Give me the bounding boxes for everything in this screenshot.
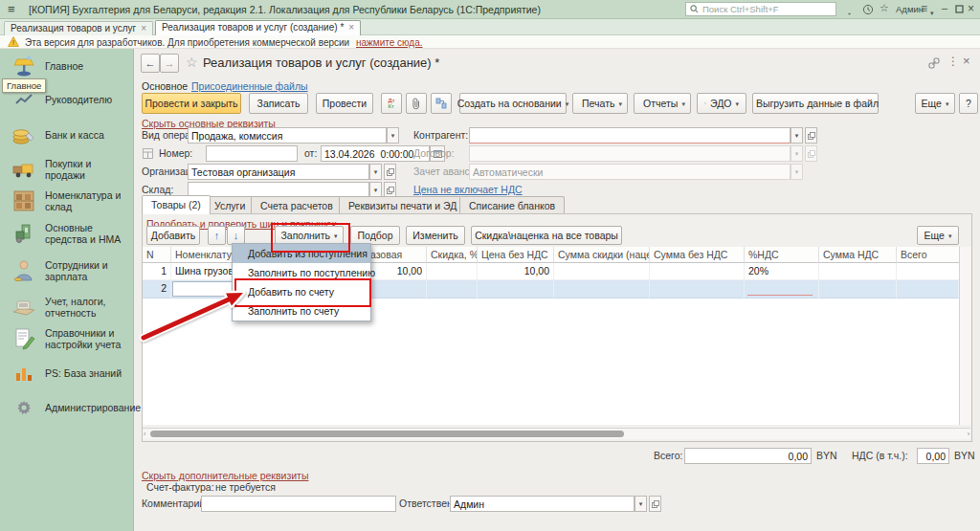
save-button[interactable]: Записать (249, 93, 308, 114)
maximize-button[interactable] (955, 5, 964, 13)
main-menu-icon[interactable]: ≡ (8, 2, 15, 16)
edo-button[interactable]: ЭДО▾ (697, 93, 746, 114)
more-actions-kebab-icon[interactable]: ⋮ (947, 55, 959, 68)
responsible-dropdown-button[interactable]: ▾ (635, 496, 647, 512)
number-field[interactable] (206, 145, 298, 162)
selection-button[interactable]: Подбор (350, 226, 400, 245)
edit-button[interactable]: Изменить (406, 226, 465, 245)
reports-button[interactable]: Отчеты▾ (634, 93, 691, 114)
col-header-vat-sum[interactable]: Сумма НДС (819, 247, 897, 263)
advance-dropdown-button: ▾ (791, 164, 803, 180)
number-label: Номер: (159, 145, 192, 162)
bar-chart-icon (11, 361, 36, 386)
export-to-file-button[interactable]: Выгрузить данные в файл (752, 93, 879, 114)
current-user[interactable]: Админ (896, 4, 924, 14)
help-button[interactable]: ? (959, 93, 978, 114)
discount-all-goods-button[interactable]: Скидка\наценка на все товары (471, 226, 622, 245)
sidebar-item-fixed-assets[interactable]: Основные средства и НМА (0, 219, 134, 248)
col-header-price-no-vat[interactable]: Цена без НДС (478, 247, 554, 263)
grid-tab-forms-writeoff[interactable]: Списание бланков (459, 196, 565, 214)
close-form-button[interactable]: × (963, 54, 970, 68)
sidebar-item-accounting[interactable]: Учет, налоги, отчетность (0, 294, 134, 321)
sidebar-item-inventory[interactable]: Номенклатура и склад (0, 188, 134, 214)
more-button-top[interactable]: Еще▾ (915, 93, 955, 114)
counterparty-field[interactable] (469, 127, 791, 144)
counterparty-dropdown-button[interactable]: ▾ (791, 127, 803, 144)
related-documents-button[interactable] (431, 93, 452, 114)
operation-type-field[interactable] (188, 127, 387, 144)
move-row-down-button[interactable]: ↓ (227, 226, 245, 245)
grid-tab-print-details[interactable]: Реквизиты печати и ЭД (339, 196, 466, 214)
tab-close-icon[interactable]: × (348, 22, 354, 33)
sidebar-item-main[interactable]: Главное (0, 52, 134, 80)
organization-open-button[interactable] (384, 164, 396, 180)
sidebar-item-directories[interactable]: Справочники и настройки учета (0, 324, 134, 353)
grid-tab-goods[interactable]: Товары (2) (142, 195, 211, 214)
contract-open-button (805, 145, 817, 162)
sidebar-item-purchases-sales[interactable]: Покупки и продажи (0, 156, 134, 183)
post-and-close-button[interactable]: Провести и закрыть (142, 93, 241, 114)
sidebar-item-employees[interactable]: Сотрудники и зарплата (0, 257, 134, 284)
service-menu-icon[interactable]: ≡ (921, 2, 927, 15)
sidebar-item-administration[interactable]: Администрирование (0, 395, 134, 420)
chevron-down-icon: ▾ (681, 100, 685, 107)
col-header-discount[interactable]: Скидка, % (427, 247, 478, 263)
add-row-button[interactable]: Добавить (146, 226, 200, 245)
grid-tab-accounts[interactable]: Счета расчетов (251, 196, 343, 214)
sidebar-item-knowledge-base[interactable]: PS: База знаний (0, 361, 134, 386)
close-window-button[interactable]: × (968, 2, 974, 15)
comment-field[interactable] (201, 496, 396, 512)
grid-tab-services[interactable]: Услуги (205, 196, 255, 214)
post-button[interactable]: Провести (316, 93, 373, 114)
service-menu-caret-icon: ▾ (930, 6, 934, 17)
minimize-button[interactable]: – (942, 2, 947, 13)
app-tab-list[interactable]: Реализация товаров и услуг× (4, 21, 153, 35)
responsible-open-button[interactable] (649, 496, 661, 512)
horizontal-scrollbar[interactable]: ‹ › (143, 428, 970, 439)
nav-tab-attachments[interactable]: Присоединенные файлы (191, 80, 308, 92)
history-icon[interactable] (862, 4, 874, 15)
scroll-right-icon[interactable]: › (968, 431, 969, 437)
chevron-down-icon: ▾ (735, 100, 739, 107)
tab-close-icon[interactable]: × (141, 23, 146, 33)
print-button[interactable]: Печать▾ (572, 93, 628, 114)
open-icon (387, 187, 394, 194)
create-based-on-button[interactable]: Создать на основании▾ (459, 93, 567, 114)
more-button-grid[interactable]: Еще▾ (917, 226, 959, 245)
window-titlebar: ≡ [КОПИЯ] Бухгалтерия для Беларуси, реда… (0, 0, 980, 19)
chevron-down-icon: ▾ (618, 100, 622, 107)
show-postings-button[interactable]: ДтКт (381, 93, 402, 114)
vat-mode-link[interactable]: Цена не включает НДС (413, 184, 523, 195)
attachments-button[interactable] (406, 93, 427, 114)
move-row-up-button[interactable]: ↑ (208, 226, 226, 245)
get-link-icon[interactable] (928, 57, 940, 69)
fill-button[interactable]: Заполнить▾ (275, 226, 344, 245)
open-icon (808, 132, 815, 140)
col-header-vat-percent[interactable]: %НДС (745, 247, 819, 263)
col-header-discount-sum[interactable]: Сумма скидки (наценки) (554, 247, 650, 263)
nav-forward-button[interactable]: → (160, 54, 179, 73)
horizontal-scroll-thumb[interactable] (150, 431, 624, 437)
nav-back-button[interactable]: ← (141, 54, 160, 73)
menu-item-add-from-receipt[interactable]: Добавить из поступления (233, 244, 370, 263)
favorite-star-icon[interactable]: ☆ (186, 55, 198, 70)
col-header-total[interactable]: Всего (897, 247, 959, 263)
counterparty-open-button[interactable] (805, 127, 817, 144)
col-header-n[interactable]: N (143, 247, 171, 263)
organization-dropdown-button[interactable]: ▾ (369, 164, 382, 180)
number-settings-icon[interactable] (143, 148, 153, 159)
favorites-star-icon[interactable]: ☆ (880, 2, 889, 14)
warning-link[interactable]: нажмите сюда. (356, 36, 423, 49)
notifications-bell-icon[interactable] (844, 4, 855, 15)
nav-tab-main[interactable]: Основное (142, 80, 188, 92)
app-tab-document[interactable]: Реализация товаров и услуг (создание) *× (155, 20, 361, 35)
col-header-sum-no-vat[interactable]: Сумма без НДС (650, 247, 745, 263)
menu-item-fill-from-receipt[interactable]: Заполнить по поступлению (233, 263, 370, 282)
organization-field[interactable] (188, 164, 369, 180)
scroll-left-icon[interactable]: ‹ (144, 431, 145, 437)
sidebar-item-bank-cash[interactable]: Банк и касса (0, 122, 134, 148)
global-search-box[interactable]: Поиск Ctrl+Shift+F (685, 2, 836, 16)
operation-dropdown-button[interactable]: ▾ (387, 127, 399, 144)
responsible-field[interactable] (450, 496, 635, 512)
vertical-scrollbar[interactable] (959, 247, 971, 425)
